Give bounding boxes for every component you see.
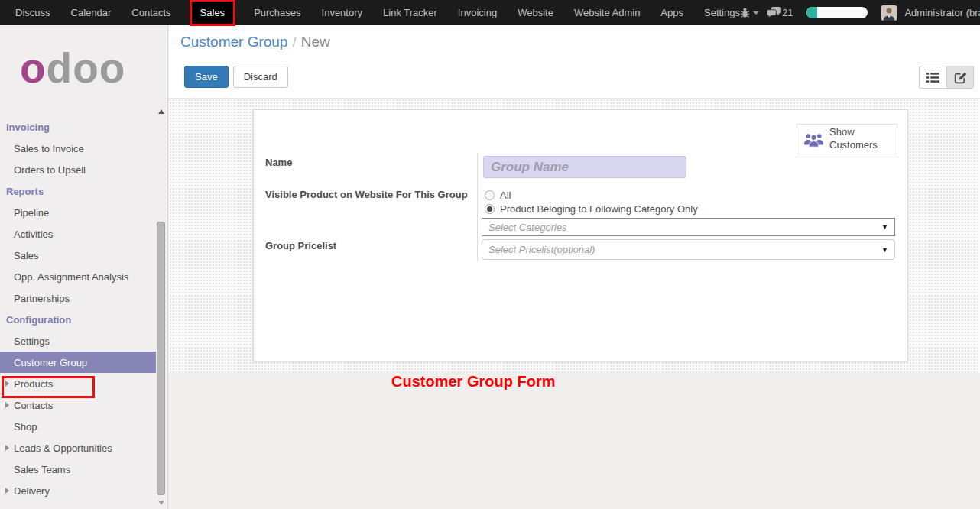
sidebar: odoo Invoicing Sales to Invoice Orders t… [0, 25, 168, 509]
group-name-input[interactable] [483, 156, 686, 178]
odoo-logo-rest: doo [47, 44, 126, 92]
form-view-background: Show Customers Name Visible Product on W… [169, 98, 980, 373]
expand-arrow-icon[interactable] [5, 381, 9, 387]
menu-purchases[interactable]: Purchases [254, 7, 300, 18]
item-label: Delivery [14, 485, 50, 497]
sidebar-item-activities[interactable]: Activities [0, 223, 156, 245]
breadcrumb-parent-link[interactable]: Customer Group [180, 34, 287, 50]
messages-count: 21 [782, 7, 793, 18]
view-switcher [919, 66, 974, 89]
sidebar-item-pipeline[interactable]: Pipeline [0, 202, 156, 223]
menu-link-tracker[interactable]: Link Tracker [383, 7, 437, 18]
messages-indicator[interactable]: 21 [767, 7, 793, 18]
avatar[interactable] [881, 5, 897, 21]
menu-settings[interactable]: Settings [704, 7, 740, 18]
item-label: Sales to Invoice [14, 143, 84, 154]
expand-arrow-icon[interactable] [5, 402, 9, 408]
control-panel: Customer Group/New Save Discard [169, 25, 980, 98]
expand-arrow-icon[interactable] [5, 488, 9, 494]
item-label: Pipeline [14, 207, 49, 219]
sidebar-item-sales-to-invoice[interactable]: Sales to Invoice [0, 138, 156, 159]
sidebar-item-delivery[interactable]: Delivery [0, 480, 156, 501]
radio-option-category-only[interactable]: Product Beloging to Following Category O… [485, 203, 698, 215]
odoo-logo: odoo [20, 45, 167, 91]
sidebar-item-shop[interactable]: Shop [0, 416, 156, 437]
sidebar-item-products[interactable]: Products [0, 373, 156, 394]
sidebar-item-orders-to-upsell[interactable]: Orders to Upsell [0, 159, 156, 180]
scroll-down-arrow-icon[interactable] [158, 501, 164, 505]
gauge-fill [806, 7, 817, 18]
menu-website[interactable]: Website [518, 7, 553, 18]
show-customers-button[interactable]: Show Customers [797, 124, 897, 154]
categories-placeholder: Select Categories [488, 222, 881, 233]
section-label: Reports [6, 186, 44, 197]
sidebar-item-customer-group[interactable]: Customer Group [0, 352, 156, 373]
debug-bug-icon[interactable] [740, 7, 759, 18]
menu-discuss[interactable]: Discuss [15, 7, 50, 18]
sidebar-item-partnerships[interactable]: Partnerships [0, 287, 156, 309]
bottom-area: Customer Group Form [169, 373, 980, 509]
section-label: Configuration [6, 314, 71, 326]
sidebar-section-configuration: Configuration [0, 309, 156, 330]
visibility-field-label: Visible Product on Website For This Grou… [265, 189, 468, 200]
item-label: Contacts [14, 400, 53, 411]
dropdown-caret-icon: ▼ [881, 223, 888, 231]
radio-unchecked-icon[interactable] [485, 190, 495, 200]
sidebar-item-contacts[interactable]: Contacts [0, 394, 156, 416]
menu-website-admin[interactable]: Website Admin [574, 7, 640, 18]
sidebar-item-settings[interactable]: Settings [0, 330, 156, 352]
usage-gauge[interactable] [806, 7, 868, 18]
item-label: Orders to Upsell [14, 164, 86, 176]
sidebar-section-invoicing: Invoicing [0, 116, 156, 138]
chevron-down-icon [753, 11, 759, 15]
discard-button[interactable]: Discard [233, 66, 288, 88]
pricelist-select[interactable]: Select Pricelist(optional) ▼ [482, 239, 895, 260]
radio-option-all[interactable]: All [485, 190, 511, 201]
breadcrumb: Customer Group/New [180, 34, 330, 50]
menu-sales-active[interactable]: Sales [192, 2, 234, 24]
scroll-up-arrow-icon[interactable] [158, 109, 164, 114]
expand-arrow-icon[interactable] [5, 445, 9, 451]
menu-contacts[interactable]: Contacts [131, 7, 170, 18]
show-customers-label: Show Customers [829, 126, 883, 152]
odoo-logo-first-letter: o [20, 44, 47, 92]
sidebar-item-opp-assignment-analysis[interactable]: Opp. Assignment Analysis [0, 266, 156, 287]
menu-invoicing[interactable]: Invoicing [458, 7, 497, 18]
menu-apps[interactable]: Apps [660, 7, 683, 18]
main-content: Customer Group/New Save Discard [169, 25, 980, 509]
item-label: Products [14, 378, 53, 390]
list-view-icon [926, 72, 939, 83]
user-photo-icon [881, 5, 897, 21]
menu-inventory[interactable]: Inventory [322, 7, 362, 18]
user-menu[interactable]: Administrator (braintree) [904, 7, 980, 18]
top-navbar: Discuss Calendar Contacts Sales Purchase… [0, 0, 980, 25]
item-label: Shop [14, 421, 37, 433]
sidebar-item-sales[interactable]: Sales [0, 245, 156, 266]
item-label: Partnerships [14, 293, 70, 304]
sidebar-item-leads-opportunities[interactable]: Leads & Opportunities [0, 437, 156, 459]
menu-calendar[interactable]: Calendar [71, 7, 112, 18]
bug-icon [740, 7, 750, 18]
item-label: Sales Teams [14, 464, 70, 475]
item-label: Activities [14, 229, 53, 240]
item-label: Sales [14, 250, 39, 261]
radio-checked-icon[interactable] [485, 204, 495, 214]
top-menu-list: Discuss Calendar Contacts Sales Purchase… [15, 2, 740, 24]
list-view-button[interactable] [919, 66, 946, 89]
sidebar-item-sales-teams[interactable]: Sales Teams [0, 459, 156, 480]
radio-label: All [500, 190, 511, 201]
item-label: Settings [14, 336, 50, 347]
item-label: Opp. Assignment Analysis [14, 271, 128, 283]
chat-icon [767, 7, 781, 18]
pricelist-placeholder: Select Pricelist(optional) [488, 244, 881, 255]
save-button[interactable]: Save [184, 66, 229, 88]
dropdown-caret-icon: ▼ [881, 246, 888, 254]
pricelist-field-label: Group Pricelist [265, 240, 336, 251]
topbar-right-cluster: 21 Administrator (braintree) [740, 5, 980, 21]
section-label: Invoicing [6, 122, 50, 133]
form-view-button[interactable] [946, 66, 974, 89]
categories-select[interactable]: Select Categories ▼ [482, 218, 895, 236]
sidebar-section-reports: Reports [0, 180, 156, 202]
sidebar-scrollbar-thumb[interactable] [157, 222, 165, 495]
name-field-label: Name [265, 157, 292, 168]
